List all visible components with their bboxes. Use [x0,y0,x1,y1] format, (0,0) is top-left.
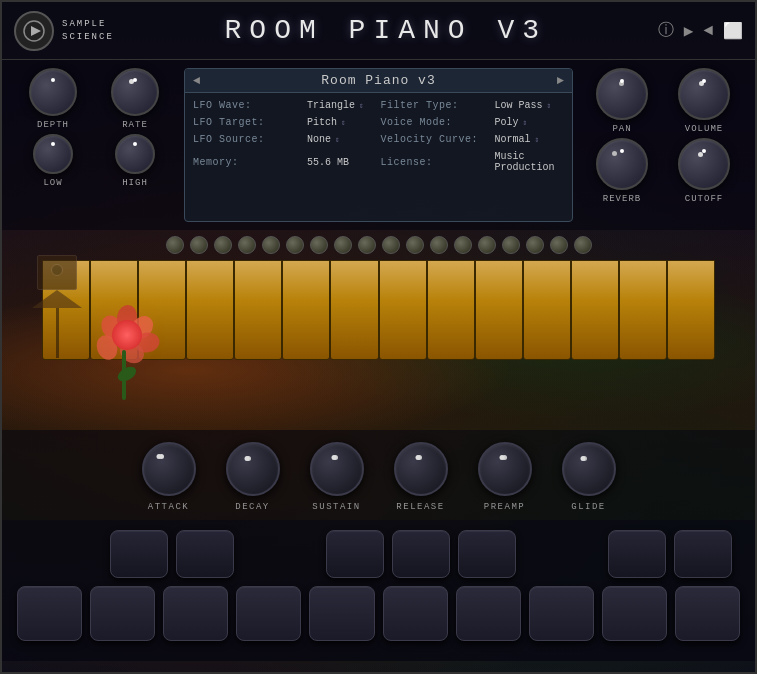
preamp-container: PREAMP [478,442,532,512]
pad-bot-4[interactable] [236,586,301,641]
lfo-target-value[interactable]: Pitch ⇕ [307,117,377,128]
white-key-11[interactable] [523,260,571,360]
pad-top-2[interactable] [176,530,234,578]
info-row-4: Memory: 55.6 MB License: Music Productio… [185,148,572,176]
release-label: RELEASE [396,502,444,512]
pad-top-4[interactable] [392,530,450,578]
mini-knob-9[interactable] [358,236,376,254]
mini-knob-2[interactable] [190,236,208,254]
pan-knob[interactable] [596,68,648,120]
cutoff-knob[interactable] [678,138,730,190]
pad-bot-8[interactable] [529,586,594,641]
svg-marker-1 [31,26,41,36]
mini-knob-5[interactable] [262,236,280,254]
right-knobs-group: PAN VOLUME REVERB CUTOFF [583,68,743,222]
sustain-knob[interactable] [310,442,364,496]
mini-knob-13[interactable] [454,236,472,254]
pad-bot-9[interactable] [602,586,667,641]
mini-knob-8[interactable] [334,236,352,254]
volume-knob-container: VOLUME [665,68,743,134]
pad-top-5[interactable] [458,530,516,578]
glide-label: GLIDE [571,502,606,512]
mini-knob-14[interactable] [478,236,496,254]
glide-knob[interactable] [562,442,616,496]
lfo-source-value[interactable]: None ⇕ [307,134,377,145]
reverb-label: REVERB [603,194,641,204]
info-icon[interactable]: ⓘ [658,20,674,41]
velocity-curve-value[interactable]: Normal ⇕ [495,134,565,145]
mini-knob-17[interactable] [550,236,568,254]
white-key-6[interactable] [282,260,330,360]
pad-top-3[interactable] [326,530,384,578]
release-knob[interactable] [394,442,448,496]
mini-knob-10[interactable] [382,236,400,254]
decay-knob[interactable] [226,442,280,496]
reverb-knob[interactable] [596,138,648,190]
velocity-curve-arrows[interactable]: ⇕ [535,135,540,144]
play-icon[interactable]: ▶ [684,21,694,41]
bottom-pad-row [17,586,740,641]
mini-knob-12[interactable] [430,236,448,254]
white-key-5[interactable] [234,260,282,360]
pad-bot-10[interactable] [675,586,740,641]
white-key-10[interactable] [475,260,523,360]
white-key-13[interactable] [619,260,667,360]
mini-knob-4[interactable] [238,236,256,254]
lfo-wave-value[interactable]: Triangle ⇕ [307,100,377,111]
rate-knob[interactable] [111,68,159,116]
filter-type-value[interactable]: Low Pass ⇕ [495,100,565,111]
pad-top-6[interactable] [608,530,666,578]
voice-mode-value[interactable]: Poly ⇕ [495,117,565,128]
lfo-wave-arrows[interactable]: ⇕ [359,101,364,110]
mini-knob-18[interactable] [574,236,592,254]
mini-knob-16[interactable] [526,236,544,254]
white-key-12[interactable] [571,260,619,360]
info-panel: ◄ Room Piano v3 ► LFO Wave: Triangle ⇕ F… [184,68,573,222]
lfo-target-arrows[interactable]: ⇕ [341,118,346,127]
preamp-label: PREAMP [484,502,525,512]
low-knob[interactable] [33,134,73,174]
logo-icon [14,11,54,51]
pad-bot-1[interactable] [17,586,82,641]
window-icon[interactable]: ⬜ [723,21,743,41]
voice-mode-arrows[interactable]: ⇕ [523,118,528,127]
lfo-target-label: LFO Target: [193,117,303,128]
depth-knob-container: DEPTH [14,68,92,130]
pad-bot-7[interactable] [456,586,521,641]
filter-type-arrows[interactable]: ⇕ [547,101,552,110]
mini-knob-1[interactable] [166,236,184,254]
top-pad-row [17,530,740,578]
low-knob-container: LOW [14,134,92,188]
pad-top-1[interactable] [110,530,168,578]
mini-knob-11[interactable] [406,236,424,254]
white-key-9[interactable] [427,260,475,360]
sustain-label: SUSTAIN [312,502,360,512]
pad-bot-2[interactable] [90,586,155,641]
low-label: LOW [43,178,62,188]
mini-knob-7[interactable] [310,236,328,254]
white-key-7[interactable] [330,260,378,360]
memory-label: Memory: [193,157,303,168]
preset-name: Room Piano v3 [321,73,435,88]
depth-knob[interactable] [29,68,77,116]
back-icon[interactable]: ◄ [703,22,713,40]
attack-knob[interactable] [142,442,196,496]
white-key-14[interactable] [667,260,715,360]
lfo-source-arrows[interactable]: ⇕ [335,135,340,144]
pad-bot-6[interactable] [383,586,448,641]
preset-prev-button[interactable]: ◄ [193,74,200,88]
info-row-3: LFO Source: None ⇕ Velocity Curve: Norma… [185,131,572,148]
decay-container: DECAY [226,442,280,512]
high-knob[interactable] [115,134,155,174]
volume-knob[interactable] [678,68,730,120]
white-key-8[interactable] [379,260,427,360]
pad-bot-3[interactable] [163,586,228,641]
mini-knob-15[interactable] [502,236,520,254]
mini-knob-6[interactable] [286,236,304,254]
preset-next-button[interactable]: ► [557,74,564,88]
pad-bot-5[interactable] [309,586,374,641]
info-row-2: LFO Target: Pitch ⇕ Voice Mode: Poly ⇕ [185,114,572,131]
preamp-knob[interactable] [478,442,532,496]
mini-knob-3[interactable] [214,236,232,254]
pad-top-7[interactable] [674,530,732,578]
